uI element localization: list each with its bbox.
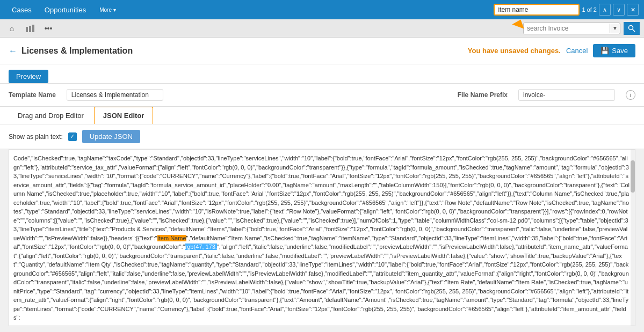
search-invoice-input[interactable]	[524, 23, 610, 34]
find-next-button[interactable]: ∨	[613, 4, 625, 16]
find-close-button[interactable]: ✕	[627, 4, 639, 16]
page-title: Licenses & Implementation	[21, 46, 133, 56]
scrollbar-track	[631, 150, 635, 326]
svg-line-4	[633, 29, 635, 32]
page-title-area: ← Licenses & Implementation	[9, 46, 133, 56]
svg-rect-0	[26, 27, 28, 32]
nav-more[interactable]: More ▾	[92, 7, 121, 13]
search-invoice-area: ▼	[523, 23, 620, 34]
file-prefix-label: File Name Prefix	[458, 91, 508, 99]
nav-opportunities[interactable]: Opportunities	[38, 0, 92, 19]
template-name-label: Template Name	[9, 91, 56, 99]
search-invoice-dropdown[interactable]: ▼	[610, 24, 620, 33]
nav-bar: Cases Opportunities More ▾ 1 of 2 ∧ ∨ ✕	[0, 0, 644, 19]
preview-row: Preview	[0, 64, 644, 84]
json-text: Code","isChecked":true,"tagName":"taxCod…	[13, 154, 631, 322]
unsaved-text: You have unsaved changes.	[468, 47, 561, 55]
toolbar2: ⌂ ••• ▼	[0, 19, 644, 38]
save-button[interactable]: 💾 Save	[593, 44, 635, 57]
unsaved-area: You have unsaved changes. Cancel 💾 Save	[468, 44, 635, 57]
match-count: 1 of 2	[582, 6, 597, 13]
preview-button[interactable]: Preview	[9, 70, 48, 83]
template-row: Template Name Licenses & Implementation …	[0, 84, 644, 107]
json-content-area[interactable]: Code","isChecked":true,"tagName":"taxCod…	[9, 149, 635, 326]
svg-rect-1	[29, 26, 31, 32]
page-header: ← Licenses & Implementation You have uns…	[0, 38, 644, 64]
template-name-value: Licenses & Implementation	[67, 89, 163, 101]
cancel-link[interactable]: Cancel	[566, 47, 588, 55]
home-icon[interactable]: ⌂	[4, 21, 19, 36]
svg-rect-2	[32, 25, 34, 32]
find-text-input[interactable]	[494, 4, 580, 16]
show-plain-checkbox[interactable]: ✓	[68, 132, 77, 141]
svg-point-3	[629, 25, 633, 29]
back-button[interactable]: ←	[9, 46, 17, 56]
save-icon: 💾	[600, 47, 609, 55]
nav-search-area: 1 of 2 ∧ ∨ ✕	[494, 4, 639, 16]
update-json-button[interactable]: Update JSON	[82, 130, 140, 143]
find-prev-button[interactable]: ∧	[599, 4, 611, 16]
file-prefix-value: invoice-	[518, 89, 615, 101]
more-dots-icon[interactable]: •••	[41, 21, 56, 36]
search-invoice-button[interactable]	[624, 22, 640, 35]
tab-drag-drop[interactable]: Drag and Drop Editor	[9, 107, 93, 124]
editor-tabs: Drag and Drop Editor JSON Editor	[0, 107, 644, 124]
nav-cases[interactable]: Cases	[5, 0, 38, 19]
scrollbar-thumb[interactable]	[631, 160, 635, 193]
tab-json-editor[interactable]: JSON Editor	[94, 107, 154, 124]
info-icon[interactable]: i	[626, 90, 635, 100]
chart-icon[interactable]	[23, 21, 38, 36]
json-editor-area: Show as plain text: ✓ Update JSON	[0, 124, 644, 149]
show-plain-label: Show as plain text:	[9, 133, 63, 141]
